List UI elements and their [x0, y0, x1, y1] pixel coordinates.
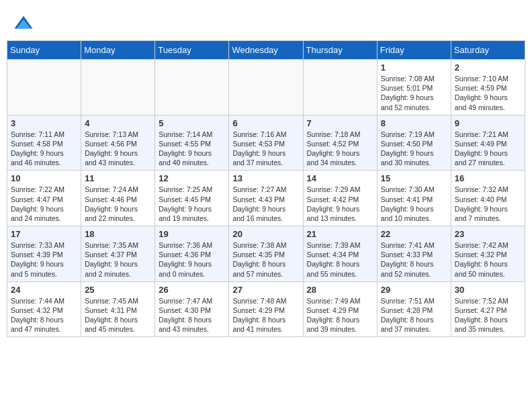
day-info: Sunrise: 7:29 AMSunset: 4:42 PMDaylight:… [307, 185, 373, 223]
calendar-day-cell: 1Sunrise: 7:08 AMSunset: 5:01 PMDaylight… [377, 60, 451, 116]
logo-icon [13, 13, 34, 34]
calendar-day-cell: 2Sunrise: 7:10 AMSunset: 4:59 PMDaylight… [451, 60, 525, 116]
day-number: 6 [232, 118, 299, 128]
calendar-day-cell: 24Sunrise: 7:44 AMSunset: 4:32 PMDayligh… [7, 281, 81, 337]
calendar-day-cell: 10Sunrise: 7:22 AMSunset: 4:47 PMDayligh… [7, 171, 81, 226]
day-number: 29 [381, 285, 447, 295]
calendar-day-cell: 28Sunrise: 7:49 AMSunset: 4:29 PMDayligh… [303, 281, 377, 337]
calendar-day-cell: 5Sunrise: 7:14 AMSunset: 4:55 PMDaylight… [155, 115, 229, 171]
day-number: 28 [307, 285, 373, 295]
day-number: 8 [381, 118, 447, 128]
day-info: Sunrise: 7:24 AMSunset: 4:46 PMDaylight:… [85, 185, 151, 223]
day-number: 10 [11, 173, 77, 183]
day-number: 25 [85, 285, 151, 295]
day-info: Sunrise: 7:47 AMSunset: 4:30 PMDaylight:… [159, 296, 225, 334]
day-of-week-header: Friday [377, 41, 451, 60]
calendar-day-cell: 29Sunrise: 7:51 AMSunset: 4:28 PMDayligh… [377, 281, 451, 337]
calendar-day-cell: 20Sunrise: 7:38 AMSunset: 4:35 PMDayligh… [229, 226, 303, 282]
day-number: 30 [455, 285, 521, 295]
calendar-day-cell: 4Sunrise: 7:13 AMSunset: 4:56 PMDaylight… [81, 115, 155, 171]
calendar-day-cell: 18Sunrise: 7:35 AMSunset: 4:37 PMDayligh… [81, 226, 155, 282]
day-number: 7 [307, 118, 373, 128]
calendar-day-cell: 19Sunrise: 7:36 AMSunset: 4:36 PMDayligh… [155, 226, 229, 282]
calendar-day-cell: 22Sunrise: 7:41 AMSunset: 4:33 PMDayligh… [377, 226, 451, 282]
day-number: 9 [455, 118, 521, 128]
day-of-week-header: Tuesday [155, 41, 229, 60]
day-info: Sunrise: 7:39 AMSunset: 4:34 PMDaylight:… [307, 240, 373, 279]
calendar-day-cell [303, 60, 377, 116]
day-info: Sunrise: 7:41 AMSunset: 4:33 PMDaylight:… [381, 240, 447, 279]
day-info: Sunrise: 7:25 AMSunset: 4:45 PMDaylight:… [159, 185, 225, 223]
day-number: 11 [85, 173, 151, 183]
calendar-day-cell: 11Sunrise: 7:24 AMSunset: 4:46 PMDayligh… [81, 171, 155, 226]
day-number: 14 [307, 173, 373, 183]
calendar-day-cell: 14Sunrise: 7:29 AMSunset: 4:42 PMDayligh… [303, 171, 377, 226]
day-info: Sunrise: 7:52 AMSunset: 4:27 PMDaylight:… [455, 296, 521, 334]
calendar-day-cell: 12Sunrise: 7:25 AMSunset: 4:45 PMDayligh… [155, 171, 229, 226]
calendar-day-cell [7, 60, 81, 116]
day-number: 21 [307, 229, 373, 239]
calendar-day-cell: 16Sunrise: 7:32 AMSunset: 4:40 PMDayligh… [451, 171, 525, 226]
day-info: Sunrise: 7:16 AMSunset: 4:53 PMDaylight:… [232, 130, 299, 168]
day-info: Sunrise: 7:11 AMSunset: 4:58 PMDaylight:… [11, 130, 77, 168]
day-number: 4 [85, 118, 151, 128]
calendar-day-cell: 8Sunrise: 7:19 AMSunset: 4:50 PMDaylight… [377, 115, 451, 171]
calendar-header-row: SundayMondayTuesdayWednesdayThursdayFrid… [7, 41, 525, 60]
calendar-week-row: 10Sunrise: 7:22 AMSunset: 4:47 PMDayligh… [7, 171, 525, 226]
day-info: Sunrise: 7:32 AMSunset: 4:40 PMDaylight:… [455, 185, 521, 223]
day-info: Sunrise: 7:13 AMSunset: 4:56 PMDaylight:… [85, 130, 151, 168]
day-number: 12 [159, 173, 225, 183]
day-number: 1 [381, 62, 447, 73]
day-of-week-header: Thursday [303, 41, 377, 60]
day-info: Sunrise: 7:44 AMSunset: 4:32 PMDaylight:… [11, 296, 77, 334]
day-number: 2 [455, 62, 521, 73]
day-number: 5 [159, 118, 225, 128]
calendar-day-cell [229, 60, 303, 116]
calendar-day-cell: 15Sunrise: 7:30 AMSunset: 4:41 PMDayligh… [377, 171, 451, 226]
day-number: 17 [11, 229, 77, 239]
logo [13, 13, 36, 34]
day-info: Sunrise: 7:27 AMSunset: 4:43 PMDaylight:… [232, 185, 299, 223]
day-info: Sunrise: 7:10 AMSunset: 4:59 PMDaylight:… [455, 74, 521, 112]
day-info: Sunrise: 7:48 AMSunset: 4:29 PMDaylight:… [232, 296, 299, 334]
calendar-day-cell: 17Sunrise: 7:33 AMSunset: 4:39 PMDayligh… [7, 226, 81, 282]
day-info: Sunrise: 7:51 AMSunset: 4:28 PMDaylight:… [381, 296, 447, 334]
day-of-week-header: Saturday [451, 41, 525, 60]
day-info: Sunrise: 7:21 AMSunset: 4:49 PMDaylight:… [455, 130, 521, 168]
calendar-week-row: 24Sunrise: 7:44 AMSunset: 4:32 PMDayligh… [7, 281, 525, 337]
day-number: 19 [159, 229, 225, 239]
calendar-week-row: 3Sunrise: 7:11 AMSunset: 4:58 PMDaylight… [7, 115, 525, 171]
day-info: Sunrise: 7:22 AMSunset: 4:47 PMDaylight:… [11, 185, 77, 223]
day-info: Sunrise: 7:14 AMSunset: 4:55 PMDaylight:… [159, 130, 225, 168]
day-number: 3 [11, 118, 77, 128]
calendar-week-row: 1Sunrise: 7:08 AMSunset: 5:01 PMDaylight… [7, 60, 525, 116]
day-info: Sunrise: 7:42 AMSunset: 4:32 PMDaylight:… [455, 240, 521, 279]
day-number: 24 [11, 285, 77, 295]
day-info: Sunrise: 7:08 AMSunset: 5:01 PMDaylight:… [381, 74, 447, 112]
day-of-week-header: Wednesday [229, 41, 303, 60]
day-number: 22 [381, 229, 447, 239]
calendar-day-cell: 6Sunrise: 7:16 AMSunset: 4:53 PMDaylight… [229, 115, 303, 171]
day-info: Sunrise: 7:45 AMSunset: 4:31 PMDaylight:… [85, 296, 151, 334]
calendar-day-cell: 26Sunrise: 7:47 AMSunset: 4:30 PMDayligh… [155, 281, 229, 337]
day-of-week-header: Sunday [7, 41, 81, 60]
calendar-table: SundayMondayTuesdayWednesdayThursdayFrid… [7, 40, 525, 337]
day-info: Sunrise: 7:30 AMSunset: 4:41 PMDaylight:… [381, 185, 447, 223]
day-number: 15 [381, 173, 447, 183]
day-info: Sunrise: 7:18 AMSunset: 4:52 PMDaylight:… [307, 130, 373, 168]
calendar-week-row: 17Sunrise: 7:33 AMSunset: 4:39 PMDayligh… [7, 226, 525, 282]
calendar-day-cell [81, 60, 155, 116]
day-info: Sunrise: 7:33 AMSunset: 4:39 PMDaylight:… [11, 240, 77, 279]
day-number: 23 [455, 229, 521, 239]
day-info: Sunrise: 7:19 AMSunset: 4:50 PMDaylight:… [381, 130, 447, 168]
day-number: 18 [85, 229, 151, 239]
day-of-week-header: Monday [81, 41, 155, 60]
calendar-day-cell [155, 60, 229, 116]
day-number: 16 [455, 173, 521, 183]
calendar-day-cell: 7Sunrise: 7:18 AMSunset: 4:52 PMDaylight… [303, 115, 377, 171]
day-number: 13 [232, 173, 299, 183]
header [7, 7, 525, 37]
calendar-day-cell: 9Sunrise: 7:21 AMSunset: 4:49 PMDaylight… [451, 115, 525, 171]
calendar-day-cell: 30Sunrise: 7:52 AMSunset: 4:27 PMDayligh… [451, 281, 525, 337]
calendar-day-cell: 23Sunrise: 7:42 AMSunset: 4:32 PMDayligh… [451, 226, 525, 282]
